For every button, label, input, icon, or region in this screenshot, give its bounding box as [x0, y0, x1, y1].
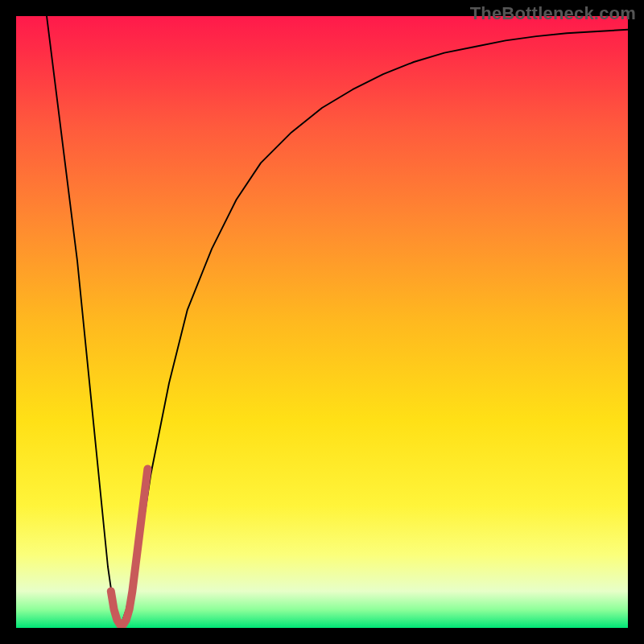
- plot-area: [16, 16, 628, 628]
- highlight-marker: [111, 469, 148, 625]
- watermark-text: TheBottleneck.com: [470, 3, 636, 24]
- chart-frame: TheBottleneck.com: [0, 0, 644, 644]
- curve-layer: [16, 16, 628, 628]
- bottleneck-curve: [47, 16, 628, 628]
